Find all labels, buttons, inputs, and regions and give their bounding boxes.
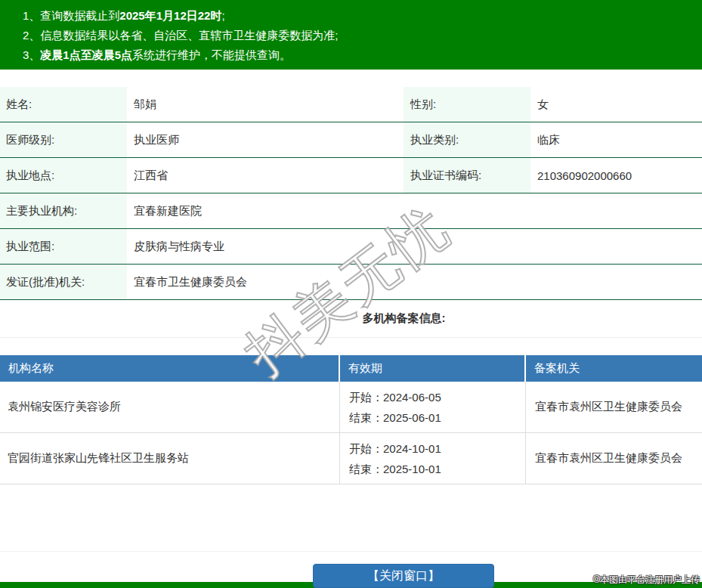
notice-banner: 1、查询数据截止到2025年1月12日22时; 2、信息数据结果以各省、自治区、… [0, 0, 702, 70]
info-row-name-gender: 姓名: 邹娟 性别: 女 [0, 87, 702, 122]
filing-table: 机构名称 有效期 备案机关 袁州锦安医疗美容诊所 开始：2024-06-05 结… [0, 355, 702, 484]
field-label-practice-category: 执业类别: [404, 122, 530, 157]
filing-row-1: 袁州锦安医疗美容诊所 开始：2024-06-05 结束：2025-06-01 宜… [0, 382, 702, 433]
info-row-location-cert: 执业地点: 江西省 执业证书编码: 210360902000660 [0, 158, 702, 193]
info-row-level-category: 医师级别: 执业医师 执业类别: 临床 [0, 122, 702, 158]
practitioner-info-table: 姓名: 邹娟 性别: 女 医师级别: 执业医师 执业类别: 临床 执业地点: 江… [0, 87, 702, 300]
field-label-practice-scope: 执业范围: [0, 229, 127, 264]
org-name-cell: 袁州锦安医疗美容诊所 [0, 382, 340, 432]
validity-cell: 开始：2024-10-01 结束：2025-10-01 [340, 433, 526, 484]
filing-row-2: 官园街道张家山先锋社区卫生服务站 开始：2024-10-01 结束：2025-1… [0, 433, 702, 484]
notice-line-1: 1、查询数据截止到2025年1月12日22时; [23, 6, 694, 26]
field-value-practice-scope: 皮肤病与性病专业 [127, 229, 702, 264]
authority-cell: 宜春市袁州区卫生健康委员会 [526, 433, 702, 484]
notice-line-3-post: 系统进行维护，不能提供查询。 [132, 48, 291, 61]
notice-line-1-text: 1、查询数据截止到 [23, 9, 119, 22]
notice-line-3-bold: 凌晨1点至凌晨5点 [40, 48, 132, 61]
filing-section-title: 多机构备案信息: [0, 300, 702, 338]
field-value-issuing-authority: 宜春市卫生健康委员会 [127, 265, 702, 299]
field-value-main-institution: 宜春新建医院 [127, 193, 702, 228]
field-value-doctor-level: 执业医师 [127, 122, 404, 157]
validity-start: 开始：2024-06-05 [349, 387, 441, 407]
info-row-main-institution: 主要执业机构: 宜春新建医院 [0, 193, 702, 229]
copyright-note: ©本图由平台注册用户上传 [593, 574, 700, 586]
info-row-practice-scope: 执业范围: 皮肤病与性病专业 [0, 229, 702, 265]
validity-start: 开始：2024-10-01 [349, 438, 441, 459]
field-label-issuing-authority: 发证(批准)机关: [0, 265, 127, 299]
notice-line-1-bold: 2025年1月12日22时 [119, 9, 221, 22]
field-label-gender: 性别: [404, 87, 530, 122]
notice-line-1-post: ; [221, 9, 224, 22]
footer-divider [0, 551, 702, 552]
filing-header-row: 机构名称 有效期 备案机关 [0, 355, 702, 382]
validity-end: 结束：2025-10-01 [349, 459, 441, 479]
authority-cell: 宜春市袁州区卫生健康委员会 [526, 382, 702, 432]
notice-line-2-text: 2、信息数据结果以各省、自治区、直辖市卫生健康委数据为准; [23, 29, 339, 42]
field-value-gender: 女 [530, 87, 702, 122]
close-window-button[interactable]: 【关闭窗口】 [313, 564, 494, 588]
field-value-name: 邹娟 [127, 87, 404, 122]
org-name-cell: 官园街道张家山先锋社区卫生服务站 [0, 433, 340, 484]
info-row-issuing-authority: 发证(批准)机关: 宜春市卫生健康委员会 [0, 265, 702, 300]
field-label-name: 姓名: [0, 87, 127, 122]
notice-line-2: 2、信息数据结果以各省、自治区、直辖市卫生健康委数据为准; [23, 26, 694, 45]
field-label-certificate-no: 执业证书编码: [404, 158, 530, 193]
notice-line-3: 3、凌晨1点至凌晨5点系统进行维护，不能提供查询。 [23, 45, 694, 65]
filing-header-org: 机构名称 [0, 355, 339, 382]
field-value-practice-location: 江西省 [127, 158, 404, 193]
notice-line-3-text: 3、 [23, 48, 40, 61]
filing-header-validity: 有效期 [340, 355, 524, 382]
filing-header-authority: 备案机关 [526, 355, 702, 382]
validity-cell: 开始：2024-06-05 结束：2025-06-01 [340, 382, 526, 432]
field-label-doctor-level: 医师级别: [0, 122, 127, 157]
field-value-practice-category: 临床 [530, 122, 702, 157]
field-value-certificate-no: 210360902000660 [530, 158, 702, 193]
field-label-practice-location: 执业地点: [0, 158, 127, 193]
validity-end: 结束：2025-06-01 [349, 407, 441, 428]
field-label-main-institution: 主要执业机构: [0, 193, 127, 228]
